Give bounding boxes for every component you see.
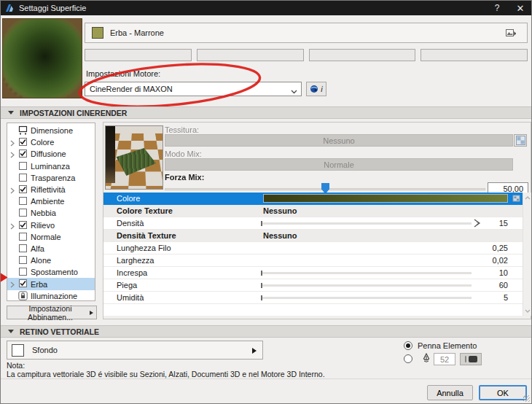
section-header-cinerender[interactable]: IMPOSTAZIONI CINERENDER xyxy=(1,106,532,119)
channel-item[interactable]: Trasparenza xyxy=(7,172,95,184)
channel-checkbox[interactable] xyxy=(19,174,27,182)
grass-param-row[interactable]: Increspa 10 10 xyxy=(103,267,523,279)
grass-color-gradient[interactable] xyxy=(263,194,508,203)
channel-item[interactable]: Luminanza xyxy=(7,160,95,172)
param-value: 5 xyxy=(504,293,508,302)
lock-icon xyxy=(18,291,28,301)
channel-checkbox[interactable] xyxy=(19,197,27,205)
pen-color-button[interactable] xyxy=(460,353,482,365)
channel-checkbox[interactable] xyxy=(19,279,27,287)
grass-param-row[interactable]: Densità Texture Nessuno Nessuno xyxy=(103,230,523,242)
mix-mode-label: Modo Mix: xyxy=(165,149,202,158)
channel-tree: Dimensione xyxy=(7,123,95,301)
param-label: Lunghezza Filo xyxy=(117,244,171,252)
pen-element-radio[interactable] xyxy=(404,341,412,350)
channel-item[interactable]: Riflettività xyxy=(7,184,95,195)
grass-param-row[interactable]: Densità 15 15 xyxy=(103,217,523,230)
material-picker-icon[interactable] xyxy=(506,28,522,39)
archicad-logo-icon xyxy=(5,4,14,12)
channel-checkbox[interactable] xyxy=(19,185,27,193)
grass-param-row[interactable]: Umidità 5 5 xyxy=(103,292,523,304)
chevron-right-icon[interactable] xyxy=(10,281,15,290)
collapse-triangle-icon xyxy=(8,111,14,114)
param-label: Increspa xyxy=(117,268,147,277)
channel-item[interactable]: Rilievo xyxy=(7,220,95,231)
cancel-button[interactable]: Annulla xyxy=(427,385,473,400)
material-selector[interactable]: Erba - Marrone xyxy=(85,23,528,43)
grass-param-row[interactable]: Lunghezza Filo 0,25 0,25 xyxy=(103,242,523,255)
pen-attribute-icon[interactable] xyxy=(473,219,481,229)
scroll-up-icon[interactable] xyxy=(523,193,532,202)
channel-item[interactable]: Nebbia xyxy=(7,207,95,219)
param-value: 15 xyxy=(499,219,508,228)
grass-param-row[interactable]: Colore Texture Nessuno Nessuno xyxy=(103,205,523,217)
param-label: Densità xyxy=(117,219,144,228)
close-button[interactable]: ✕ xyxy=(509,1,531,15)
channel-item[interactable]: Diffusione xyxy=(7,148,95,160)
chevron-down-icon xyxy=(291,87,297,96)
channel-label: Nebbia xyxy=(31,209,56,217)
chevron-right-icon[interactable] xyxy=(10,151,15,160)
section-header-retino[interactable]: RETINO VETTORIALE xyxy=(1,325,532,338)
ok-button[interactable]: OK xyxy=(479,385,527,400)
param-slider[interactable] xyxy=(262,284,472,287)
pen-custom-radio[interactable] xyxy=(404,354,412,363)
channel-item[interactable]: Alfa xyxy=(7,243,95,255)
title-bar: Settaggi Superficie ? ✕ xyxy=(1,1,532,15)
dimension-icon xyxy=(18,125,28,136)
channel-checkbox[interactable] xyxy=(19,149,27,158)
info-letter: i xyxy=(321,85,322,93)
flyout-arrow-icon xyxy=(252,348,257,354)
render-sphere-icon xyxy=(310,85,318,93)
channel-checkbox[interactable] xyxy=(19,221,27,229)
param-label: Colore Texture xyxy=(117,206,173,215)
grass-param-row[interactable]: Piega 60 60 xyxy=(103,279,523,292)
scroll-down-icon[interactable] xyxy=(523,306,532,315)
channel-checkbox[interactable] xyxy=(19,162,27,170)
pen-number-field: 52 xyxy=(434,353,455,365)
channel-label: Dimensione xyxy=(31,126,73,135)
flyout-arrow-icon xyxy=(90,311,93,315)
color-picker-icon[interactable] xyxy=(512,194,521,204)
chevron-right-icon[interactable] xyxy=(10,222,15,231)
material-action-button[interactable] xyxy=(309,49,416,61)
param-slider[interactable] xyxy=(262,222,472,225)
material-action-button[interactable] xyxy=(85,49,192,61)
param-slider[interactable] xyxy=(262,272,472,274)
channel-item[interactable]: Dimensione xyxy=(7,125,95,136)
channel-item[interactable]: Illuminazione xyxy=(7,290,95,301)
channel-item[interactable]: Ambiente xyxy=(7,195,95,207)
param-slider[interactable] xyxy=(262,297,472,299)
engine-select[interactable]: CineRender di MAXON xyxy=(85,82,302,96)
channel-checkbox[interactable] xyxy=(19,268,27,276)
resize-grip[interactable] xyxy=(523,395,530,402)
chevron-right-icon[interactable] xyxy=(10,139,15,148)
table-scrollbar[interactable] xyxy=(523,193,531,316)
channel-checkbox[interactable] xyxy=(19,256,27,264)
collapse-triangle-icon xyxy=(8,330,14,333)
chevron-right-icon[interactable] xyxy=(10,187,15,195)
param-value: 60 xyxy=(499,281,508,290)
channel-checkbox[interactable] xyxy=(19,244,27,252)
material-action-button[interactable] xyxy=(197,49,304,61)
channel-checkbox[interactable] xyxy=(19,138,27,146)
param-label: Larghezza xyxy=(117,256,154,265)
channel-checkbox[interactable] xyxy=(19,209,27,217)
vector-fill-select[interactable]: Sfondo xyxy=(7,341,263,360)
help-button[interactable]: ? xyxy=(486,1,508,15)
channel-item[interactable]: Normale xyxy=(7,231,95,243)
material-action-button[interactable] xyxy=(420,49,528,61)
engine-info-button[interactable]: i xyxy=(306,82,326,96)
channel-item[interactable]: Alone xyxy=(7,255,95,266)
texture-slot-button[interactable] xyxy=(514,134,527,147)
channel-item[interactable]: Colore xyxy=(7,136,95,148)
grass-param-row[interactable]: Larghezza 0,02 0,02 xyxy=(103,255,523,267)
channel-item[interactable]: Erba xyxy=(7,278,95,290)
matching-settings-button[interactable]: Impostazioni Abbinamen... xyxy=(7,306,97,319)
channel-label: Erba xyxy=(31,280,47,289)
param-value: 0,02 xyxy=(493,256,508,265)
channel-checkbox[interactable] xyxy=(19,233,27,241)
grass-param-row[interactable]: Colore xyxy=(103,193,523,205)
param-value: 10 xyxy=(499,268,508,277)
channel-item[interactable]: Spostamento xyxy=(7,266,95,278)
